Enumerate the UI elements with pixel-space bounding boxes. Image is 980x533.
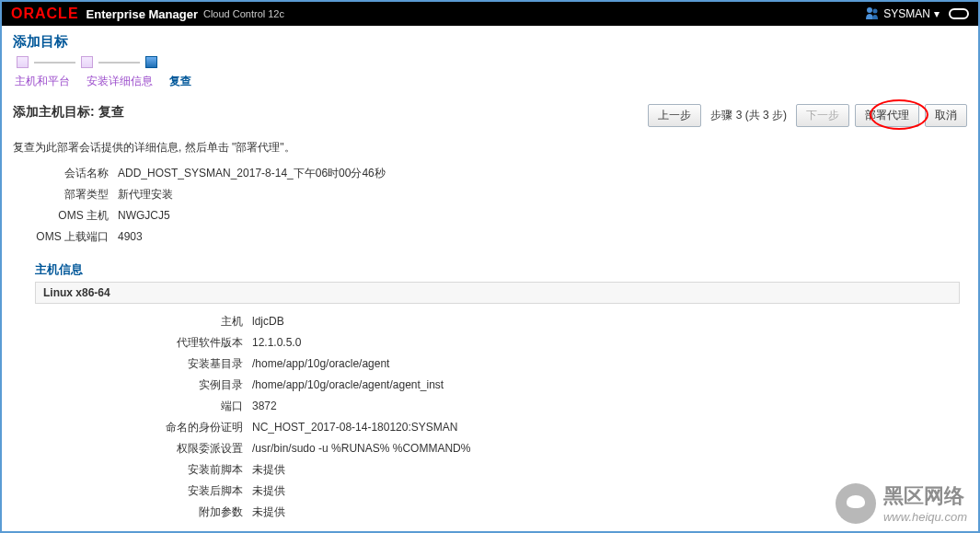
- named-cred-label: 命名的身份证明: [142, 419, 243, 435]
- wizard-step-3-box[interactable]: [145, 56, 157, 68]
- cancel-button[interactable]: 取消: [925, 104, 967, 127]
- platform-bar[interactable]: Linux x86-64: [35, 282, 960, 304]
- priv-deleg-label: 权限委派设置: [142, 440, 243, 457]
- page-title: 添加目标: [13, 33, 967, 51]
- host-value: ldjcDB: [252, 313, 284, 330]
- wizard-train: [17, 56, 967, 68]
- instance-dir-value: /home/app/10g/oracle/agent/agent_inst: [252, 377, 444, 393]
- user-name: SYSMAN: [883, 7, 930, 20]
- oms-port-value: 4903: [118, 228, 143, 245]
- host-info-header: 主机信息: [35, 261, 967, 278]
- named-cred-value: NC_HOST_2017-08-14-180120:SYSMAN: [252, 419, 457, 435]
- wizard-step-1-label[interactable]: 主机和平台: [15, 74, 70, 89]
- oracle-logo: ORACLE: [11, 6, 79, 22]
- instruction-text: 复查为此部署会话提供的详细信息, 然后单击 "部署代理"。: [13, 140, 967, 156]
- session-details: 会话名称 ADD_HOST_SYSMAN_2017-8-14_下午06时00分4…: [26, 165, 967, 245]
- addl-params-value: 未提供: [252, 504, 285, 520]
- pre-script-label: 安装前脚本: [142, 461, 243, 478]
- oms-host-label: OMS 主机: [26, 207, 109, 224]
- wizard-step-1-box[interactable]: [17, 56, 29, 68]
- wizard-step-3-label[interactable]: 复查: [169, 74, 191, 89]
- agent-version-value: 12.1.0.5.0: [252, 334, 301, 351]
- topbar: ORACLE Enterprise Manager Cloud Control …: [0, 0, 980, 26]
- svg-point-1: [873, 8, 878, 13]
- install-base-value: /home/app/10g/oracle/agent: [252, 355, 389, 372]
- watermark-title: 黑区网络: [883, 482, 967, 510]
- feedback-icon[interactable]: [949, 8, 969, 19]
- port-value: 3872: [252, 398, 277, 414]
- oms-host-value: NWGJCJ5: [118, 207, 170, 224]
- port-label: 端口: [142, 398, 243, 414]
- next-button: 下一步: [796, 104, 849, 127]
- session-name-label: 会话名称: [26, 165, 109, 181]
- host-label: 主机: [142, 313, 243, 330]
- instance-dir-label: 实例目录: [142, 377, 243, 393]
- deploy-type-value: 新代理安装: [118, 186, 173, 203]
- back-button[interactable]: 上一步: [648, 104, 701, 127]
- nav-buttons: 上一步 步骤 3 (共 3 步) 下一步 部署代理 取消: [648, 104, 967, 127]
- user-menu[interactable]: SYSMAN ▾: [865, 6, 940, 22]
- svg-point-0: [867, 7, 872, 13]
- oms-port-label: OMS 上载端口: [26, 228, 109, 245]
- agent-version-label: 代理软件版本: [142, 334, 243, 351]
- watermark: 黑区网络 www.heiqu.com: [836, 482, 967, 524]
- watermark-icon: [836, 483, 876, 524]
- session-name-value: ADD_HOST_SYSMAN_2017-8-14_下午06时00分46秒: [118, 165, 386, 181]
- dropdown-icon: ▾: [934, 7, 940, 20]
- post-script-value: 未提供: [252, 482, 285, 499]
- app-title: Enterprise Manager: [86, 7, 198, 21]
- wizard-step-2-label[interactable]: 安装详细信息: [86, 74, 153, 89]
- app-subtitle: Cloud Control 12c: [203, 8, 284, 19]
- priv-deleg-value: /usr/bin/sudo -u %RUNAS% %COMMAND%: [252, 440, 470, 457]
- wizard-step-2-box[interactable]: [81, 56, 93, 68]
- deploy-agent-button[interactable]: 部署代理: [855, 104, 919, 127]
- pre-script-value: 未提供: [252, 461, 285, 478]
- deploy-type-label: 部署类型: [26, 186, 109, 203]
- step-indicator: 步骤 3 (共 3 步): [710, 108, 787, 123]
- wizard-connector: [34, 62, 75, 64]
- addl-params-label: 附加参数: [142, 504, 243, 520]
- install-base-label: 安装基目录: [142, 355, 243, 372]
- watermark-url: www.heiqu.com: [883, 510, 967, 524]
- review-title: 添加主机目标: 复查: [13, 104, 124, 121]
- post-script-label: 安装后脚本: [142, 482, 243, 499]
- wizard-connector: [98, 62, 140, 64]
- user-icon: [865, 6, 880, 22]
